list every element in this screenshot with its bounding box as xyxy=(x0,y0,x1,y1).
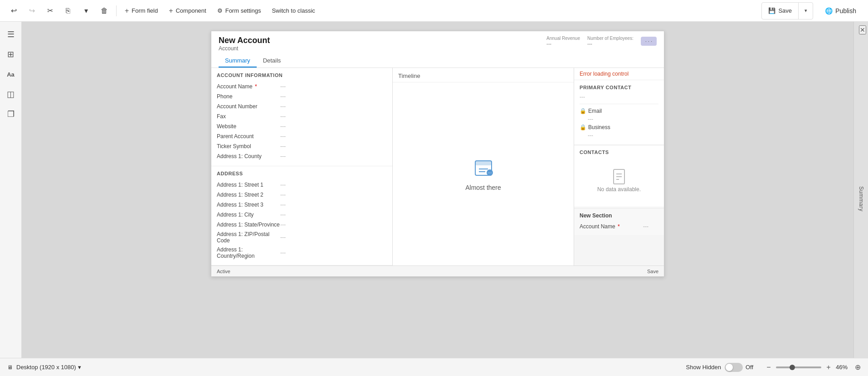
form-header: New Account Account Annual Revenue --- N… xyxy=(211,31,664,68)
timeline-content: ··· Almost there xyxy=(393,82,574,265)
field-ticker-symbol: Ticker Symbol --- xyxy=(217,141,387,151)
form-field-button[interactable]: + Form field xyxy=(120,4,162,18)
zoom-slider[interactable] xyxy=(776,366,821,368)
field-value-account-number: --- xyxy=(280,103,286,110)
zoom-in-button[interactable]: + xyxy=(824,363,833,372)
sidebar-item-pages[interactable]: ❐ xyxy=(2,105,20,123)
monitor-icon: 🖥 xyxy=(7,364,13,371)
num-employees-stat: Number of Employees: --- xyxy=(587,36,634,46)
desktop-chevron-icon: ▾ xyxy=(78,364,81,371)
field-value-phone: --- xyxy=(280,93,286,100)
field-label-street3: Address 1: Street 3 xyxy=(217,202,280,208)
lock-icon-email: 🔒 xyxy=(580,108,586,114)
no-data-text: No data available. xyxy=(597,186,641,193)
zoom-percent: 46% xyxy=(836,364,852,371)
primary-contact-section: Primary Contact --- 🔒 Email --- 🔒 Busine… xyxy=(574,80,664,144)
toggle-off-label: Off xyxy=(746,364,753,371)
publish-button[interactable]: 🌐 Publish xyxy=(819,5,863,17)
publish-icon: 🌐 xyxy=(825,7,833,14)
field-account-name: Account Name * --- xyxy=(217,82,387,92)
toggle-container[interactable]: Off xyxy=(725,363,753,372)
form-middle-column: Timeline ··· Almost xyxy=(393,68,574,265)
right-panel: ✕ Summary xyxy=(853,22,868,376)
field-fax: Fax --- xyxy=(217,111,387,121)
form-settings-button[interactable]: ⚙ Form settings xyxy=(213,5,266,17)
tab-summary[interactable]: Summary xyxy=(219,54,257,67)
sidebar-item-layers[interactable]: ◫ xyxy=(2,85,20,103)
primary-contact-value: --- xyxy=(580,93,658,101)
save-button[interactable]: 💾 Save xyxy=(762,5,798,17)
copy-dropdown-button[interactable]: ▾ xyxy=(78,3,94,19)
field-label-parent-account: Parent Account xyxy=(217,133,280,140)
field-value-account-name: --- xyxy=(280,83,286,90)
field-value-city: --- xyxy=(280,212,286,218)
sidebar-item-menu[interactable]: ☰ xyxy=(2,25,20,43)
error-text[interactable]: Error loading control xyxy=(580,71,629,77)
field-value-zip: --- xyxy=(280,234,286,241)
annual-revenue-label: Annual Revenue xyxy=(546,36,580,41)
field-state: Address 1: State/Province --- xyxy=(217,220,387,230)
almost-there-text: Almost there xyxy=(465,184,501,191)
header-action-button[interactable]: · · · xyxy=(641,37,657,46)
form-field-label: Form field xyxy=(132,7,158,14)
switch-classic-button[interactable]: Switch to classic xyxy=(267,5,319,17)
canvas-area: New Account Account Annual Revenue --- N… xyxy=(22,22,853,376)
redo-button[interactable]: ↪ xyxy=(24,3,40,19)
num-employees-label: Number of Employees: xyxy=(587,36,634,41)
field-label-ticker-symbol: Ticker Symbol xyxy=(217,143,280,149)
undo-button[interactable]: ↩ xyxy=(5,3,22,19)
new-section-value-account-name: --- xyxy=(643,223,649,230)
annual-revenue-stat: Annual Revenue --- xyxy=(546,36,580,46)
desktop-selector[interactable]: Desktop (1920 x 1080) ▾ xyxy=(16,364,81,371)
form-status-bar: Active Save xyxy=(211,265,664,276)
field-city: Address 1: City --- xyxy=(217,210,387,220)
component-button[interactable]: + Component xyxy=(164,4,211,18)
switch-classic-label: Switch to classic xyxy=(272,7,315,14)
save-dropdown-button[interactable]: ▾ xyxy=(798,3,813,19)
form-settings-icon: ⚙ xyxy=(217,7,223,14)
field-value-parent-account: --- xyxy=(280,133,286,140)
field-label-country: Address 1: Country/Region xyxy=(217,246,280,259)
expand-icon[interactable]: ⊕ xyxy=(855,363,861,371)
zoom-controls: − + 46% ⊕ xyxy=(764,363,861,372)
copy-button[interactable]: ⎘ xyxy=(60,3,76,19)
required-asterisk: * xyxy=(255,83,257,90)
form-tabs: Summary Details xyxy=(219,54,657,67)
field-value-website: --- xyxy=(280,123,286,130)
save-icon: 💾 xyxy=(768,7,775,14)
address-title: ADDRESS xyxy=(217,171,387,176)
sidebar-item-grid[interactable]: ⊞ xyxy=(2,45,20,63)
field-street2: Address 1: Street 2 --- xyxy=(217,190,387,200)
status-save: Save xyxy=(647,269,658,274)
status-active: Active xyxy=(217,269,230,274)
email-value: --- xyxy=(580,115,658,123)
plus-icon-form-field: + xyxy=(125,7,129,15)
plus-icon-component: + xyxy=(169,7,173,15)
field-website: Website --- xyxy=(217,121,387,131)
publish-label: Publish xyxy=(835,7,856,14)
account-info-title: ACCOUNT INFORMATION xyxy=(217,72,387,78)
cut-button[interactable]: ✂ xyxy=(42,3,58,19)
new-section-label-account-name: Account Name * xyxy=(580,223,643,230)
right-panel-close-button[interactable]: ✕ xyxy=(859,25,866,34)
form-settings-label: Form settings xyxy=(225,7,261,14)
address-section: ADDRESS Address 1: Street 1 --- Address … xyxy=(211,166,392,265)
field-label-phone: Phone xyxy=(217,93,280,100)
email-row: 🔒 Email xyxy=(580,107,658,115)
toggle-track[interactable] xyxy=(725,363,743,372)
new-section-field-account-name: Account Name * --- xyxy=(580,222,658,231)
field-account-number: Account Number --- xyxy=(217,101,387,111)
no-data-icon xyxy=(612,169,626,186)
toolbar-separator-1 xyxy=(116,5,117,16)
delete-button[interactable]: 🗑 xyxy=(96,3,112,19)
field-parent-account: Parent Account --- xyxy=(217,131,387,141)
tab-details[interactable]: Details xyxy=(257,54,288,67)
sidebar-item-text[interactable]: Aa xyxy=(2,65,20,83)
zoom-out-button[interactable]: − xyxy=(764,363,773,372)
header-action-label: · · · xyxy=(645,39,652,44)
field-value-address-county: --- xyxy=(280,153,286,159)
timeline-title: Timeline xyxy=(393,68,574,82)
field-address-county: Address 1: County --- xyxy=(217,151,387,161)
field-street1: Address 1: Street 1 --- xyxy=(217,180,387,190)
form-subtitle: Account xyxy=(219,45,657,52)
